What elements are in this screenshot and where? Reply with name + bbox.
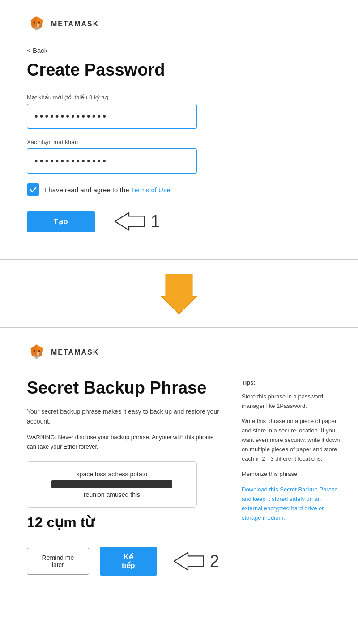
metamask-logo-icon-2 — [27, 343, 47, 362]
bottom-btn-row: Remind me later Kế tiếp 2 — [27, 547, 219, 576]
terms-label: I have read and agree to the Terms of Us… — [45, 186, 170, 194]
phrase-box: space toss actress potato reunion amused… — [27, 461, 197, 508]
create-button[interactable]: Tạo — [27, 211, 95, 232]
next-button[interactable]: Kế tiếp — [100, 547, 157, 576]
back-button[interactable]: < Back — [27, 47, 47, 54]
terms-checkbox[interactable] — [27, 183, 39, 196]
create-btn-row: Tạo 1 — [27, 210, 331, 233]
section2-title: Secret Backup Phrase — [27, 378, 219, 398]
section2-description: Your secret backup phrase makes it easy … — [27, 407, 219, 427]
annotation-number-2: 2 — [210, 552, 219, 571]
divider-arrow-section — [0, 260, 358, 328]
section2-logo-row: METAMASK — [27, 343, 340, 362]
tips-para-3: Memorize this phrase. — [242, 470, 340, 479]
download-link[interactable]: Download this Secret Backup Phrase and k… — [242, 485, 340, 522]
section2-panel: METAMASK Secret Backup Phrase Your secre… — [0, 328, 358, 593]
new-password-input[interactable] — [27, 104, 197, 129]
section2-logo-label: METAMASK — [51, 348, 99, 356]
svg-point-18 — [34, 350, 35, 352]
warning-text: WARNING: Never disclose your backup phra… — [27, 433, 219, 452]
svg-point-8 — [38, 21, 40, 23]
phrase-line-3: reunion amused this — [36, 491, 188, 498]
arrow-left-icon-2 — [172, 550, 204, 572]
page-title: Create Password — [27, 60, 331, 80]
annotation-number-1: 1 — [151, 212, 160, 231]
logo-row: METAMASK — [27, 14, 331, 34]
password-field-label: Mật khẩu mới (tối thiếu 8 ký tự) — [27, 94, 331, 101]
tips-para-1: Store this phrase in a password manager … — [242, 392, 340, 411]
remind-later-button[interactable]: Remind me later — [27, 548, 89, 575]
tips-para-2: Write this phrase on a piece of paper an… — [242, 417, 340, 463]
svg-point-19 — [38, 350, 40, 352]
svg-marker-10 — [161, 274, 197, 314]
phrase-line-1: space toss actress potato — [36, 470, 188, 478]
confirm-password-label: Xác nhận mật khẩu — [27, 139, 331, 145]
phrase-redacted-bar — [51, 480, 172, 488]
section2-left: Secret Backup Phrase Your secret backup … — [27, 378, 219, 576]
tips-panel: Tips: Store this phrase in a password ma… — [242, 378, 340, 522]
svg-marker-9 — [115, 213, 144, 230]
svg-marker-20 — [174, 553, 204, 570]
down-arrow-icon — [161, 274, 197, 314]
tips-label: Tips: — [242, 378, 340, 388]
annotation-2: 2 — [172, 550, 219, 572]
phrase-count-label: 12 cụm từ — [27, 514, 219, 531]
arrow-left-icon — [113, 210, 145, 233]
svg-point-7 — [34, 21, 35, 23]
terms-checkbox-row: I have read and agree to the Terms of Us… — [27, 183, 331, 196]
terms-link[interactable]: Terms of Use — [131, 186, 170, 194]
confirm-password-input[interactable] — [27, 148, 197, 174]
logo-label: METAMASK — [51, 20, 99, 28]
section2-content: Secret Backup Phrase Your secret backup … — [27, 378, 340, 576]
section1-panel: METAMASK < Back Create Password Mật khẩu… — [0, 0, 358, 260]
annotation-1: 1 — [113, 210, 160, 233]
metamask-logo-icon — [27, 14, 47, 34]
